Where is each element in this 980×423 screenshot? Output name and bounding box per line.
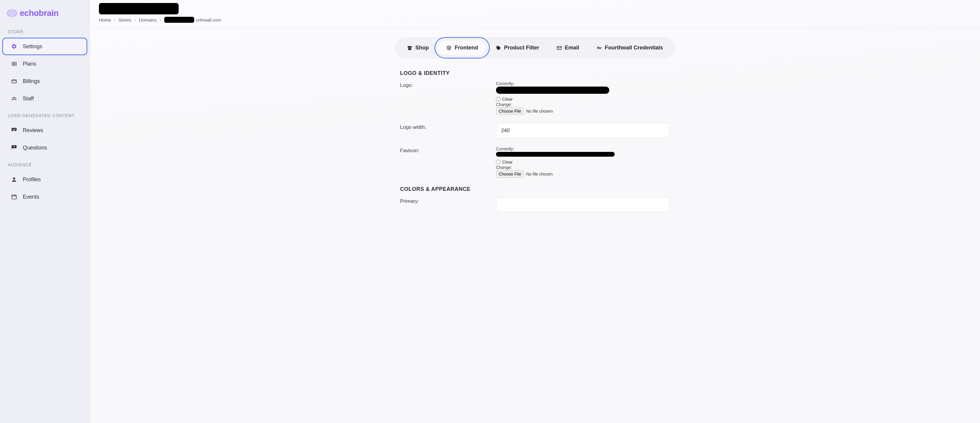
breadcrumb-domains[interactable]: Domains (139, 17, 156, 22)
tab-label: Shop (415, 45, 429, 51)
section-heading-logo: LOGO & IDENTITY (400, 70, 670, 76)
breadcrumb-sep: › (160, 17, 161, 22)
tab-fourthwall-credentials[interactable]: fw Fourthwall Credentials (588, 40, 671, 55)
breadcrumb-redacted (164, 17, 194, 23)
change-label: Change: (496, 102, 670, 107)
review-icon (11, 127, 18, 134)
main-content: Home › Stores › Domains › urthwall.com S… (90, 0, 980, 423)
section-heading-colors: COLORS & APPEARANCE (400, 186, 670, 192)
sidebar-item-events[interactable]: Events (3, 189, 87, 205)
logo-width-input[interactable] (496, 123, 670, 138)
tab-label: Email (565, 45, 579, 51)
change-label: Change: (496, 165, 670, 170)
svg-rect-6 (12, 195, 16, 199)
sidebar-item-label: Reviews (23, 127, 43, 134)
form-content: LOGO & IDENTITY Logo: Currently: Clear C… (391, 70, 679, 239)
page-title-redacted (99, 3, 179, 14)
question-icon: ? (11, 145, 18, 151)
sidebar-item-label: Billings (23, 78, 40, 84)
favicon-clear-label: Clear (502, 159, 513, 164)
settings-tabbar: Shop Frontend Product Filter Email (396, 37, 674, 58)
sidebar-item-plans[interactable]: Plans (3, 56, 87, 72)
sidebar-section-ugc: USER-GENERATED CONTENT (0, 111, 90, 121)
field-logo: Logo: Currently: Clear Change: Choose Fi… (400, 81, 670, 115)
brand-name: echobrain (20, 8, 59, 18)
tab-email[interactable]: Email (548, 40, 588, 55)
favicon-current-redacted (496, 152, 615, 157)
field-primary: Primary: (400, 197, 670, 212)
field-label-logo-width: Logo width: (400, 123, 496, 130)
person-icon (11, 176, 18, 183)
sidebar: echobrain STORE Settings Plans Billings … (0, 0, 90, 423)
sidebar-item-profiles[interactable]: Profiles (3, 171, 87, 188)
sidebar-item-label: Events (23, 194, 39, 200)
favicon-choose-file-button[interactable]: Choose File (496, 170, 524, 178)
svg-point-1 (13, 97, 15, 99)
field-label-favicon: Favicon: (400, 146, 496, 154)
brand-logo[interactable]: echobrain (0, 7, 90, 27)
tab-label: Fourthwall Credentials (605, 45, 663, 51)
breadcrumb-sep: › (134, 17, 136, 22)
sidebar-section-store: STORE (0, 27, 90, 37)
store-icon (407, 45, 412, 51)
svg-point-2 (12, 98, 13, 99)
style-icon (446, 45, 452, 51)
logo-clear-checkbox[interactable] (496, 97, 500, 101)
field-label-primary: Primary: (400, 197, 496, 204)
breadcrumb-home[interactable]: Home (99, 17, 111, 22)
field-label-logo: Logo: (400, 81, 496, 88)
field-favicon: Favicon: Currently: Clear Change: Choose… (400, 146, 670, 178)
breadcrumb: Home › Stores › Domains › urthwall.com (99, 17, 971, 23)
favicon-clear-checkbox[interactable] (496, 160, 500, 164)
favicon-file-status: No file chosen (526, 172, 553, 177)
field-logo-width: Logo width: (400, 123, 670, 138)
currently-label: Currently: (496, 146, 670, 151)
primary-color-input[interactable] (496, 197, 670, 212)
bars-icon (11, 60, 18, 67)
logo-choose-file-button[interactable]: Choose File (496, 108, 524, 115)
logo-current-redacted (496, 87, 609, 94)
svg-text:?: ? (13, 145, 15, 148)
tab-shop[interactable]: Shop (399, 40, 437, 55)
sidebar-item-settings[interactable]: Settings (3, 38, 87, 54)
breadcrumb-stores[interactable]: Stores (118, 17, 131, 22)
card-icon (11, 78, 18, 84)
sidebar-section-audience: AUDIENCE (0, 160, 90, 170)
brain-icon (6, 9, 18, 17)
breadcrumb-sep: › (114, 17, 115, 22)
breadcrumb-domain-tail[interactable]: urthwall.com (196, 17, 221, 22)
tab-label: Frontend (455, 45, 478, 51)
logo-clear-label: Clear (502, 97, 513, 102)
tab-label: Product Filter (504, 45, 539, 51)
sidebar-item-billings[interactable]: Billings (3, 73, 87, 89)
svg-point-5 (13, 177, 15, 180)
calendar-icon (11, 194, 18, 200)
sidebar-item-label: Plans (23, 61, 36, 67)
page-header: Home › Stores › Domains › urthwall.com (90, 0, 980, 29)
tab-product-filter[interactable]: Product Filter (487, 40, 547, 55)
tab-frontend[interactable]: Frontend (438, 40, 487, 56)
sidebar-item-label: Settings (23, 43, 42, 50)
sidebar-item-staff[interactable]: Staff (3, 91, 87, 107)
people-icon (11, 95, 18, 102)
sidebar-item-reviews[interactable]: Reviews (3, 122, 87, 138)
sidebar-item-questions[interactable]: ? Questions (3, 140, 87, 156)
svg-point-3 (15, 98, 16, 99)
email-icon (557, 45, 562, 51)
gear-icon (11, 43, 18, 50)
tag-icon (496, 45, 501, 51)
logo-file-status: No file chosen (526, 109, 553, 113)
currently-label: Currently: (496, 81, 670, 86)
sidebar-item-label: Profiles (23, 177, 41, 183)
svg-rect-0 (12, 80, 16, 83)
fw-icon: fw (597, 45, 602, 51)
sidebar-item-label: Questions (23, 145, 47, 151)
sidebar-item-label: Staff (23, 95, 34, 102)
